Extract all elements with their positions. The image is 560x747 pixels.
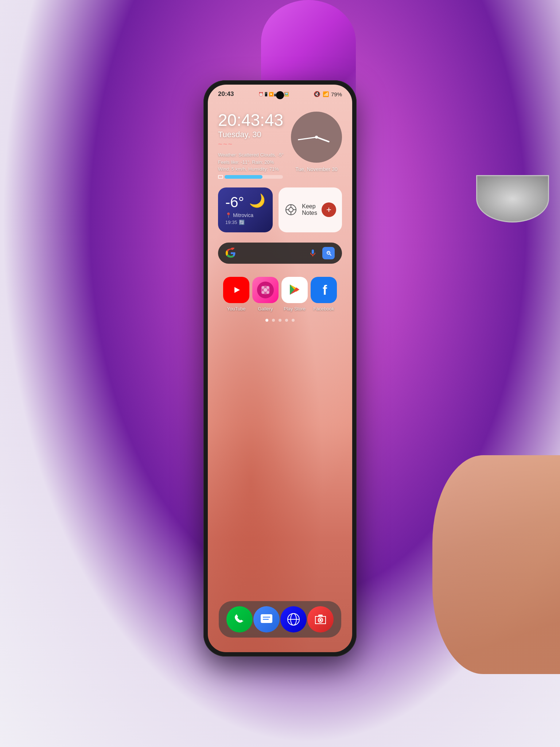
minute-hand: [298, 137, 316, 140]
microphone-icon[interactable]: [308, 248, 318, 258]
google-lens-icon[interactable]: [322, 247, 335, 259]
google-search-bar[interactable]: [218, 243, 342, 264]
dock-phone-app[interactable]: [226, 606, 253, 632]
mute-icon: 🔇: [314, 91, 320, 97]
bowl-decoration: [476, 175, 549, 222]
weather-feels-text: Feels like: -11°, Rain: 20%: [218, 159, 285, 166]
battery-bar-container: [218, 175, 285, 179]
squiggle-decoration: ~~~: [218, 140, 285, 148]
keep-notes-widget[interactable]: Keep Notes +: [279, 187, 342, 232]
notes-icon: [284, 203, 298, 216]
status-time: 20:43: [218, 90, 234, 98]
app-dock: [219, 601, 341, 638]
facebook-app[interactable]: f Facebook: [311, 277, 337, 311]
weather-card-widget[interactable]: -6° 🌙 📍 Mitrovica 19:35 🔄: [218, 187, 273, 232]
analog-clock-face: [291, 112, 342, 163]
gallery-label: Gallery: [258, 306, 273, 311]
page-dot-5[interactable]: [292, 319, 295, 322]
page-dot-4[interactable]: [285, 319, 288, 322]
svg-point-12: [264, 288, 267, 292]
clock-text-widget: 20:43:43 Tuesday, 30 ~~~ Weather: Scatte…: [218, 112, 285, 179]
svg-point-6: [325, 249, 332, 257]
status-icons: ⏰📱▶️📷🐦🖼️: [258, 92, 289, 97]
battery-icon-small: [218, 175, 223, 179]
top-widgets-row: 20:43:43 Tuesday, 30 ~~~ Weather: Scatte…: [218, 112, 342, 179]
svg-rect-27: [318, 615, 323, 617]
weather-card-time: 19:35 🔄: [225, 220, 265, 225]
analog-clock-date: Tue, November 30: [291, 166, 342, 172]
page-dot-1[interactable]: [265, 319, 268, 322]
svg-point-13: [261, 286, 264, 289]
facebook-icon: f: [311, 277, 337, 303]
svg-point-16: [267, 291, 269, 294]
facebook-label: Facebook: [313, 306, 334, 311]
play-store-icon: [281, 277, 308, 303]
digital-clock: 20:43:43: [218, 112, 285, 128]
clock-date: Tuesday, 30: [218, 130, 285, 139]
notes-add-button[interactable]: +: [322, 202, 336, 217]
weather-condition-text: Weather: Scattered Clouds, -5°: [218, 151, 285, 159]
weather-card-temp-row: -6° 🌙: [225, 195, 265, 209]
status-right: 🔇 📶 79%: [314, 91, 342, 97]
hour-hand: [316, 136, 330, 143]
wifi-icon: 📶: [323, 91, 329, 97]
page-dot-3[interactable]: [279, 319, 281, 322]
svg-text:f: f: [323, 283, 327, 298]
notes-label: Keep Notes: [302, 203, 317, 216]
weather-card-temp: -6°: [225, 195, 244, 209]
home-content: 20:43:43 Tuesday, 30 ~~~ Weather: Scatte…: [208, 101, 352, 322]
google-logo: [225, 248, 236, 259]
battery-fill: [225, 175, 262, 179]
weather-card-location: 📍 Mitrovica: [225, 212, 265, 218]
weather-wind-text: Wind: 5 km/h, Humidity: 71%: [218, 166, 285, 173]
gallery-icon: [252, 277, 279, 303]
analog-clock-section: Tue, November 30: [291, 112, 342, 172]
svg-point-29: [319, 619, 322, 621]
refresh-icon: 🔄: [239, 220, 245, 225]
second-widgets-row: -6° 🌙 📍 Mitrovica 19:35 🔄: [218, 187, 342, 232]
clock-center-dot: [315, 136, 318, 139]
app-grid: YouTube: [218, 277, 342, 311]
page-dots: [218, 319, 342, 322]
youtube-label: YouTube: [227, 306, 245, 311]
youtube-icon: [223, 277, 249, 303]
svg-point-1: [289, 208, 293, 212]
dock-samsung-app[interactable]: [280, 606, 307, 632]
phone-body: 20:43 ⏰📱▶️📷🐦🖼️ 🔇 📶 79%: [203, 80, 357, 657]
camera-cutout: [276, 91, 284, 99]
youtube-app[interactable]: YouTube: [223, 277, 249, 311]
page-dot-2[interactable]: [272, 319, 275, 322]
svg-point-14: [267, 286, 269, 289]
weather-info-text: Weather: Scattered Clouds, -5° Feels lik…: [218, 151, 285, 173]
play-store-app[interactable]: Play Store: [281, 277, 308, 311]
gallery-app[interactable]: Gallery: [252, 277, 279, 311]
weather-card-emoji: 🌙: [249, 193, 265, 208]
svg-point-15: [261, 291, 264, 294]
dock-camera-app[interactable]: [307, 606, 334, 632]
dock-messages-app[interactable]: [253, 606, 280, 632]
battery-bar: [225, 175, 283, 179]
location-pin-icon: 📍: [225, 212, 232, 218]
hand-holding: [432, 455, 560, 674]
phone-screen: 20:43 ⏰📱▶️📷🐦🖼️ 🔇 📶 79%: [208, 85, 352, 652]
analog-clock-widget: [291, 112, 342, 163]
phone-wrapper: 20:43 ⏰📱▶️📷🐦🖼️ 🔇 📶 79%: [203, 80, 357, 657]
battery-text: 79%: [331, 91, 342, 97]
play-store-label: Play Store: [284, 306, 306, 311]
